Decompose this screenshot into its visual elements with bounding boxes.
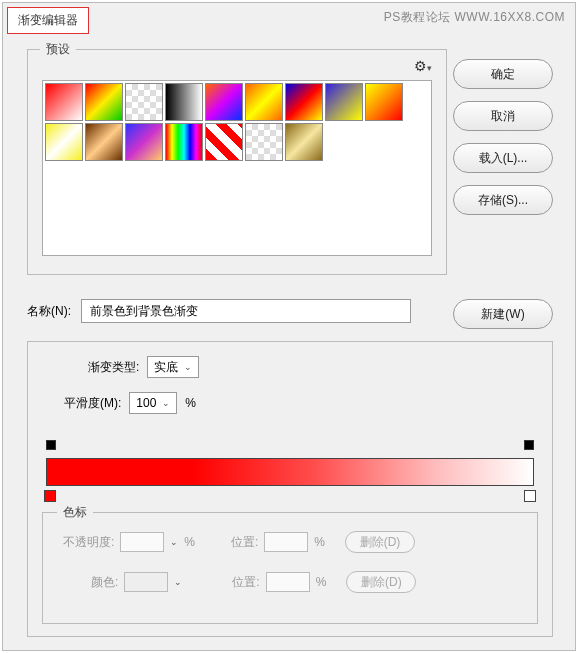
preset-swatch[interactable] (165, 123, 203, 161)
position-label: 位置: (231, 534, 258, 551)
preset-swatch[interactable] (285, 83, 323, 121)
preset-swatch[interactable] (245, 123, 283, 161)
delete-opacity-button[interactable]: 删除(D) (345, 531, 415, 553)
color-row: 颜色: ⌄ 位置: % 删除(D) (91, 571, 537, 593)
gear-icon[interactable]: ⚙▾ (414, 58, 432, 74)
name-label: 名称(N): (27, 303, 71, 320)
stops-legend: 色标 (57, 504, 93, 521)
opacity-stop-right[interactable] (524, 440, 534, 450)
load-button[interactable]: 载入(L)... (453, 143, 553, 173)
preset-swatch[interactable] (85, 123, 123, 161)
dialog-title-text: 渐变编辑器 (18, 13, 78, 27)
presets-group: 预设 ⚙▾ (27, 49, 447, 275)
preset-swatch[interactable] (45, 83, 83, 121)
smooth-label: 平滑度(M): (64, 395, 121, 412)
watermark-text: PS教程论坛 WWW.16XX8.COM (384, 9, 565, 26)
smooth-value: 100 (136, 396, 156, 410)
preset-swatch[interactable] (125, 83, 163, 121)
chevron-down-icon: ⌄ (184, 362, 192, 372)
opacity-row: 不透明度: ⌄ % 位置: % 删除(D) (63, 531, 537, 553)
preset-list (42, 80, 432, 256)
position-input[interactable] (266, 572, 310, 592)
dialog-title: 渐变编辑器 (7, 7, 89, 34)
type-label: 渐变类型: (88, 359, 139, 376)
position-label: 位置: (232, 574, 259, 591)
percent-label: % (314, 535, 325, 549)
preset-swatch[interactable] (85, 83, 123, 121)
preset-swatch[interactable] (165, 83, 203, 121)
color-stop-left[interactable] (44, 490, 56, 502)
type-value: 实底 (154, 359, 178, 376)
ok-button[interactable]: 确定 (453, 59, 553, 89)
type-select[interactable]: 实底⌄ (147, 356, 199, 378)
color-input[interactable] (124, 572, 168, 592)
gradient-group: 渐变类型: 实底⌄ 平滑度(M): 100⌄ % 色标 不透明度: ⌄ % 位置… (27, 341, 553, 637)
delete-color-button[interactable]: 删除(D) (346, 571, 416, 593)
presets-legend: 预设 (40, 41, 76, 58)
smooth-row: 平滑度(M): 100⌄ % (64, 392, 552, 414)
preset-swatch[interactable] (325, 83, 363, 121)
opacity-stop-left[interactable] (46, 440, 56, 450)
position-input[interactable] (264, 532, 308, 552)
preset-swatch[interactable] (205, 83, 243, 121)
preset-swatch[interactable] (365, 83, 403, 121)
dialog: 渐变编辑器 PS教程论坛 WWW.16XX8.COM 预设 ⚙▾ (2, 2, 576, 651)
name-input[interactable] (81, 299, 411, 323)
save-button[interactable]: 存储(S)... (453, 185, 553, 215)
preset-swatch[interactable] (45, 123, 83, 161)
color-label: 颜色: (91, 574, 118, 591)
opacity-label: 不透明度: (63, 534, 114, 551)
stops-group: 色标 不透明度: ⌄ % 位置: % 删除(D) 颜色: ⌄ 位置: % 删除(… (42, 512, 538, 624)
type-row: 渐变类型: 实底⌄ (88, 356, 552, 378)
cancel-button[interactable]: 取消 (453, 101, 553, 131)
button-column: 确定 取消 载入(L)... 存储(S)... (453, 59, 553, 215)
name-row: 名称(N): (27, 299, 411, 323)
chevron-down-icon: ⌄ (174, 577, 182, 587)
chevron-down-icon: ⌄ (162, 398, 170, 408)
preset-swatch[interactable] (125, 123, 163, 161)
color-stop-right[interactable] (524, 490, 536, 502)
gradient-bar[interactable] (46, 458, 534, 486)
preset-swatch[interactable] (285, 123, 323, 161)
new-button[interactable]: 新建(W) (453, 299, 553, 329)
preset-swatch[interactable] (205, 123, 243, 161)
percent-label: % (185, 396, 196, 410)
preset-swatch[interactable] (245, 83, 283, 121)
percent-label: % (316, 575, 327, 589)
smooth-input[interactable]: 100⌄ (129, 392, 177, 414)
opacity-input[interactable] (120, 532, 164, 552)
percent-label: % (184, 535, 195, 549)
chevron-down-icon: ⌄ (170, 537, 178, 547)
